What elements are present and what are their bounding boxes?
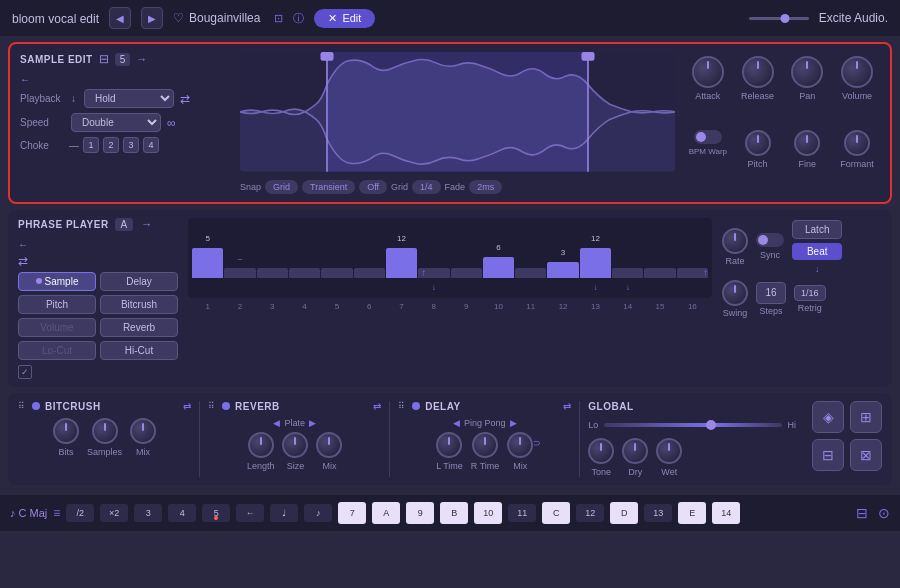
layers-icon[interactable]: ⊟ [812, 439, 844, 471]
bitcrush-mix-knob[interactable] [130, 418, 156, 444]
bits-knob[interactable] [53, 418, 79, 444]
speed-select[interactable]: Double Normal Half [71, 113, 161, 132]
se-next-arrow[interactable]: → [136, 53, 147, 65]
pp-prev-arrow[interactable]: ← [18, 239, 178, 250]
global-tone-knob[interactable] [588, 438, 614, 464]
seq-bar-9[interactable] [451, 268, 482, 277]
release-knob[interactable] [742, 56, 774, 88]
se-prev-arrow[interactable]: ← [20, 74, 230, 85]
note-key-c[interactable]: C [542, 502, 570, 524]
delay-type-next[interactable]: ▶ [510, 418, 517, 428]
expand-icon[interactable]: ⊞ [850, 401, 882, 433]
global-dry-knob[interactable] [622, 438, 648, 464]
note-key-note2[interactable]: ♪ [304, 504, 332, 522]
note-key-9[interactable]: 9 [406, 502, 434, 524]
seq-bar-15[interactable] [644, 268, 675, 277]
tone-slider[interactable] [604, 423, 781, 427]
global-wet-knob[interactable] [656, 438, 682, 464]
pp-bitcrush-btn[interactable]: Bitcrush [100, 295, 178, 314]
save-icon[interactable]: ⊡ [274, 12, 283, 25]
pp-sample-btn[interactable]: Sample [18, 272, 96, 291]
info-icon[interactable]: ⓘ [293, 11, 304, 26]
seq-bar-14[interactable]: ↓ [612, 268, 643, 277]
sync-toggle[interactable] [756, 233, 784, 247]
note-key-5[interactable]: 5 [202, 504, 230, 522]
note-key-d[interactable]: D [610, 502, 638, 524]
pp-reverb-btn[interactable]: Reverb [100, 318, 178, 337]
fine-knob[interactable] [794, 130, 820, 156]
seq-bar-3[interactable] [257, 268, 288, 277]
attack-knob[interactable] [692, 56, 724, 88]
retrig-value[interactable]: 1/16 [794, 285, 826, 301]
note-key-4[interactable]: 4 [168, 504, 196, 522]
fade-val-btn[interactable]: 2ms [469, 180, 502, 194]
note-key-13[interactable]: 13 [644, 504, 672, 522]
choke-4[interactable]: 4 [143, 137, 159, 153]
delay-type-prev[interactable]: ◀ [453, 418, 460, 428]
note-key-14[interactable]: 14 [712, 502, 740, 524]
note-key-11[interactable]: 11 [508, 504, 536, 522]
waveform-display[interactable] [240, 52, 675, 172]
grid-icon[interactable]: ⊠ [850, 439, 882, 471]
note-key-a[interactable]: A [372, 502, 400, 524]
loop-checkbox[interactable]: ✓ [18, 365, 32, 379]
note-key-10[interactable]: 10 [474, 502, 502, 524]
note-key-div2[interactable]: /2 [66, 504, 94, 522]
seq-bar-2[interactable]: – [224, 268, 255, 277]
pp-next-arrow[interactable]: → [141, 218, 152, 230]
pp-locut-btn[interactable]: Lo-Cut [18, 341, 96, 360]
samples-knob[interactable] [92, 418, 118, 444]
reverb-settings-icon[interactable]: ⇄ [373, 401, 381, 412]
snap-quarter-btn[interactable]: 1/4 [412, 180, 441, 194]
snap-transient-btn[interactable]: Transient [302, 180, 355, 194]
note-key-note1[interactable]: ♩ [270, 504, 298, 522]
formant-knob[interactable] [844, 130, 870, 156]
bpm-warp-toggle[interactable] [694, 130, 722, 144]
reverb-type-prev[interactable]: ◀ [273, 418, 280, 428]
nav-forward-button[interactable]: ▶ [141, 7, 163, 29]
nav-back-button[interactable]: ◀ [109, 7, 131, 29]
choke-3[interactable]: 3 [123, 137, 139, 153]
pp-badge[interactable]: A [115, 218, 134, 231]
pp-swap-icon[interactable]: ⇄ [18, 254, 178, 268]
latch-button[interactable]: Latch [792, 220, 842, 239]
note-key-7[interactable]: 7 [338, 502, 366, 524]
reverb-mix-knob[interactable] [316, 432, 342, 458]
playback-select[interactable]: Hold Gate Toggle [84, 89, 174, 108]
beat-button[interactable]: Beat [792, 243, 842, 260]
delay-settings-icon[interactable]: ⇄ [563, 401, 571, 412]
seq-grid[interactable]: 5 – 12 ↓ [188, 218, 712, 298]
seq-bar-6[interactable] [354, 268, 385, 277]
note-key-e[interactable]: E [678, 502, 706, 524]
bitcrush-settings-icon[interactable]: ⇄ [183, 401, 191, 412]
snap-off-btn[interactable]: Off [359, 180, 387, 194]
seq-bar-13[interactable]: 12 ↓ [580, 248, 611, 278]
seq-bar-7[interactable]: 12 [386, 248, 417, 278]
choke-2[interactable]: 2 [103, 137, 119, 153]
clock-icon[interactable]: ⊙ [878, 505, 890, 521]
pitch-knob[interactable] [745, 130, 771, 156]
grid-view-icon[interactable]: ≡ [53, 506, 60, 520]
swing-knob[interactable] [722, 280, 748, 306]
seq-bar-12[interactable]: 3 [547, 262, 578, 278]
note-key-back[interactable]: ← [236, 504, 264, 522]
delay-ltime-knob[interactable] [436, 432, 462, 458]
settings-icon[interactable]: ⊟ [856, 505, 868, 521]
choke-1[interactable]: 1 [83, 137, 99, 153]
seq-bar-11[interactable] [515, 268, 546, 277]
note-key-3[interactable]: 3 [134, 504, 162, 522]
reverb-length-knob[interactable] [248, 432, 274, 458]
steps-value[interactable]: 16 [756, 282, 786, 304]
delay-rtime-knob[interactable] [472, 432, 498, 458]
pp-volume-btn[interactable]: Volume [18, 318, 96, 337]
edit-button[interactable]: ✕ Edit [314, 9, 375, 28]
note-key-b[interactable]: B [440, 502, 468, 524]
seq-bar-4[interactable] [289, 268, 320, 277]
rate-knob[interactable] [722, 228, 748, 254]
delay-mix-knob[interactable] [507, 432, 533, 458]
se-num-badge[interactable]: 5 [115, 53, 131, 66]
3d-cube-icon[interactable]: ◈ [812, 401, 844, 433]
volume-slider[interactable] [749, 17, 809, 20]
pp-hicut-btn[interactable]: Hi-Cut [100, 341, 178, 360]
pp-delay-btn[interactable]: Delay [100, 272, 178, 291]
